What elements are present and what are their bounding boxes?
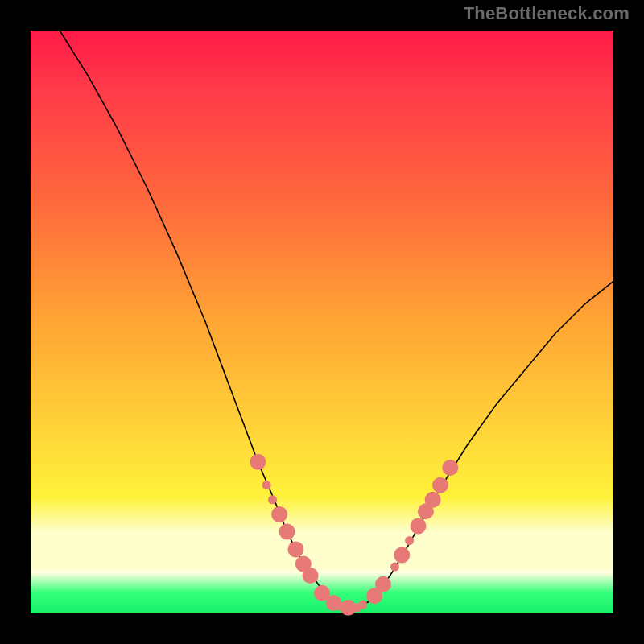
curve-marker — [262, 481, 271, 489]
curve-marker — [375, 576, 391, 592]
curve-marker — [432, 477, 448, 493]
curve-marker — [268, 495, 277, 504]
curve-marker — [442, 460, 458, 476]
curve-marker — [303, 568, 319, 584]
curve-markers-group — [250, 454, 458, 616]
curve-marker — [405, 536, 414, 545]
curve-marker — [358, 601, 367, 609]
curve-marker — [287, 541, 303, 557]
watermark-text: TheBottleneck.com — [464, 3, 630, 24]
curve-marker — [250, 454, 266, 470]
curve-svg-layer — [31, 31, 613, 613]
curve-marker — [411, 518, 427, 534]
curve-marker — [390, 563, 399, 572]
curve-marker — [279, 524, 295, 540]
chart-stage: TheBottleneck.com — [0, 0, 644, 644]
curve-marker — [271, 506, 287, 522]
curve-marker — [425, 492, 441, 508]
curve-marker — [394, 547, 410, 564]
bottleneck-curve — [60, 31, 613, 608]
